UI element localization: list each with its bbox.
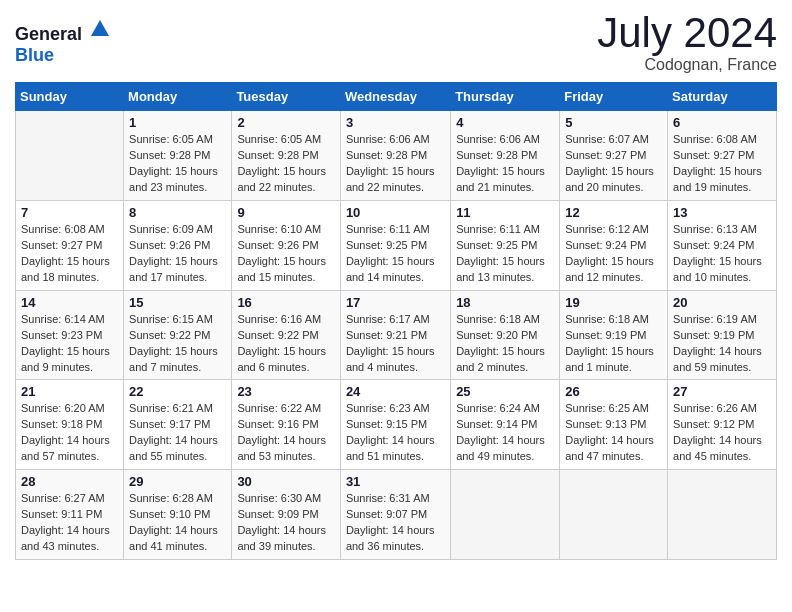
calendar-cell: 9Sunrise: 6:10 AMSunset: 9:26 PMDaylight… [232,200,341,290]
cell-content: Sunrise: 6:13 AMSunset: 9:24 PMDaylight:… [673,222,771,286]
day-number: 22 [129,384,226,399]
day-number: 21 [21,384,118,399]
svg-marker-0 [91,20,109,36]
day-number: 31 [346,474,445,489]
day-number: 11 [456,205,554,220]
calendar-cell: 19Sunrise: 6:18 AMSunset: 9:19 PMDayligh… [560,290,668,380]
day-number: 23 [237,384,335,399]
cell-content: Sunrise: 6:24 AMSunset: 9:14 PMDaylight:… [456,401,554,465]
calendar-cell: 13Sunrise: 6:13 AMSunset: 9:24 PMDayligh… [668,200,777,290]
cell-content: Sunrise: 6:23 AMSunset: 9:15 PMDaylight:… [346,401,445,465]
cell-content: Sunrise: 6:09 AMSunset: 9:26 PMDaylight:… [129,222,226,286]
weekday-header-tuesday: Tuesday [232,83,341,111]
calendar-cell: 10Sunrise: 6:11 AMSunset: 9:25 PMDayligh… [340,200,450,290]
day-number: 1 [129,115,226,130]
day-number: 25 [456,384,554,399]
cell-content: Sunrise: 6:18 AMSunset: 9:19 PMDaylight:… [565,312,662,376]
day-number: 27 [673,384,771,399]
cell-content: Sunrise: 6:26 AMSunset: 9:12 PMDaylight:… [673,401,771,465]
cell-content: Sunrise: 6:08 AMSunset: 9:27 PMDaylight:… [673,132,771,196]
cell-content: Sunrise: 6:21 AMSunset: 9:17 PMDaylight:… [129,401,226,465]
weekday-header-sunday: Sunday [16,83,124,111]
calendar-cell: 18Sunrise: 6:18 AMSunset: 9:20 PMDayligh… [451,290,560,380]
week-row-4: 21Sunrise: 6:20 AMSunset: 9:18 PMDayligh… [16,380,777,470]
cell-content: Sunrise: 6:19 AMSunset: 9:19 PMDaylight:… [673,312,771,376]
cell-content: Sunrise: 6:22 AMSunset: 9:16 PMDaylight:… [237,401,335,465]
calendar-cell: 14Sunrise: 6:14 AMSunset: 9:23 PMDayligh… [16,290,124,380]
day-number: 19 [565,295,662,310]
cell-content: Sunrise: 6:08 AMSunset: 9:27 PMDaylight:… [21,222,118,286]
week-row-3: 14Sunrise: 6:14 AMSunset: 9:23 PMDayligh… [16,290,777,380]
calendar-cell: 2Sunrise: 6:05 AMSunset: 9:28 PMDaylight… [232,111,341,201]
calendar-cell: 23Sunrise: 6:22 AMSunset: 9:16 PMDayligh… [232,380,341,470]
calendar-cell: 27Sunrise: 6:26 AMSunset: 9:12 PMDayligh… [668,380,777,470]
weekday-header-wednesday: Wednesday [340,83,450,111]
calendar-cell: 29Sunrise: 6:28 AMSunset: 9:10 PMDayligh… [124,470,232,560]
calendar-cell: 30Sunrise: 6:30 AMSunset: 9:09 PMDayligh… [232,470,341,560]
calendar-cell: 12Sunrise: 6:12 AMSunset: 9:24 PMDayligh… [560,200,668,290]
calendar-table: SundayMondayTuesdayWednesdayThursdayFrid… [15,82,777,560]
day-number: 3 [346,115,445,130]
logo-text: General Blue [15,18,111,66]
calendar-cell: 31Sunrise: 6:31 AMSunset: 9:07 PMDayligh… [340,470,450,560]
calendar-cell: 8Sunrise: 6:09 AMSunset: 9:26 PMDaylight… [124,200,232,290]
calendar-cell [451,470,560,560]
cell-content: Sunrise: 6:31 AMSunset: 9:07 PMDaylight:… [346,491,445,555]
cell-content: Sunrise: 6:05 AMSunset: 9:28 PMDaylight:… [237,132,335,196]
day-number: 26 [565,384,662,399]
weekday-header-monday: Monday [124,83,232,111]
cell-content: Sunrise: 6:27 AMSunset: 9:11 PMDaylight:… [21,491,118,555]
day-number: 17 [346,295,445,310]
calendar-cell: 1Sunrise: 6:05 AMSunset: 9:28 PMDaylight… [124,111,232,201]
cell-content: Sunrise: 6:10 AMSunset: 9:26 PMDaylight:… [237,222,335,286]
weekday-header-saturday: Saturday [668,83,777,111]
calendar-cell: 4Sunrise: 6:06 AMSunset: 9:28 PMDaylight… [451,111,560,201]
calendar-cell: 5Sunrise: 6:07 AMSunset: 9:27 PMDaylight… [560,111,668,201]
cell-content: Sunrise: 6:06 AMSunset: 9:28 PMDaylight:… [346,132,445,196]
calendar-cell: 11Sunrise: 6:11 AMSunset: 9:25 PMDayligh… [451,200,560,290]
weekday-header-row: SundayMondayTuesdayWednesdayThursdayFrid… [16,83,777,111]
cell-content: Sunrise: 6:28 AMSunset: 9:10 PMDaylight:… [129,491,226,555]
calendar-cell: 26Sunrise: 6:25 AMSunset: 9:13 PMDayligh… [560,380,668,470]
cell-content: Sunrise: 6:30 AMSunset: 9:09 PMDaylight:… [237,491,335,555]
day-number: 12 [565,205,662,220]
calendar-cell: 17Sunrise: 6:17 AMSunset: 9:21 PMDayligh… [340,290,450,380]
cell-content: Sunrise: 6:06 AMSunset: 9:28 PMDaylight:… [456,132,554,196]
day-number: 14 [21,295,118,310]
day-number: 7 [21,205,118,220]
day-number: 10 [346,205,445,220]
logo-general: General [15,24,82,44]
location-title: Codognan, France [597,56,777,74]
cell-content: Sunrise: 6:05 AMSunset: 9:28 PMDaylight:… [129,132,226,196]
cell-content: Sunrise: 6:12 AMSunset: 9:24 PMDaylight:… [565,222,662,286]
calendar-cell: 24Sunrise: 6:23 AMSunset: 9:15 PMDayligh… [340,380,450,470]
day-number: 16 [237,295,335,310]
logo: General Blue [15,18,111,66]
day-number: 28 [21,474,118,489]
cell-content: Sunrise: 6:25 AMSunset: 9:13 PMDaylight:… [565,401,662,465]
logo-icon [89,18,111,40]
calendar-cell: 3Sunrise: 6:06 AMSunset: 9:28 PMDaylight… [340,111,450,201]
day-number: 24 [346,384,445,399]
day-number: 29 [129,474,226,489]
day-number: 4 [456,115,554,130]
cell-content: Sunrise: 6:15 AMSunset: 9:22 PMDaylight:… [129,312,226,376]
cell-content: Sunrise: 6:11 AMSunset: 9:25 PMDaylight:… [346,222,445,286]
calendar-cell [560,470,668,560]
day-number: 20 [673,295,771,310]
weekday-header-friday: Friday [560,83,668,111]
month-title: July 2024 [597,10,777,56]
calendar-cell: 25Sunrise: 6:24 AMSunset: 9:14 PMDayligh… [451,380,560,470]
calendar-cell: 6Sunrise: 6:08 AMSunset: 9:27 PMDaylight… [668,111,777,201]
day-number: 18 [456,295,554,310]
title-area: July 2024 Codognan, France [597,10,777,74]
day-number: 15 [129,295,226,310]
calendar-cell [668,470,777,560]
header: General Blue July 2024 Codognan, France [15,10,777,74]
calendar-cell: 21Sunrise: 6:20 AMSunset: 9:18 PMDayligh… [16,380,124,470]
week-row-1: 1Sunrise: 6:05 AMSunset: 9:28 PMDaylight… [16,111,777,201]
day-number: 13 [673,205,771,220]
calendar-cell: 20Sunrise: 6:19 AMSunset: 9:19 PMDayligh… [668,290,777,380]
day-number: 8 [129,205,226,220]
day-number: 9 [237,205,335,220]
